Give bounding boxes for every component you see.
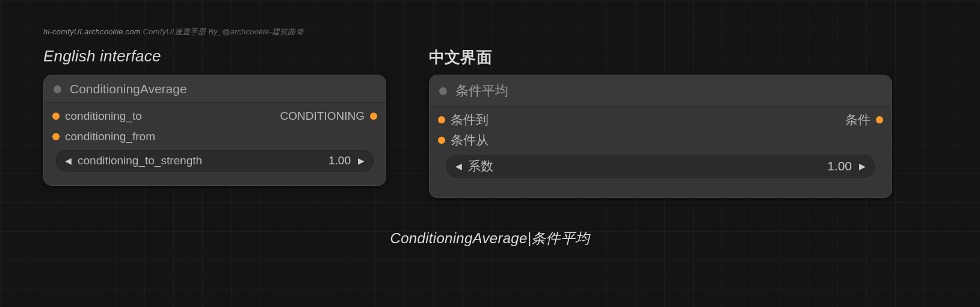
node-io-row: conditioning_to conditioning_from CONDIT… bbox=[44, 108, 386, 145]
port-label: 条件 bbox=[845, 111, 871, 128]
node-conditioning-average-zh[interactable]: 条件平均 条件到 条件从 条件 ◀ bbox=[429, 75, 892, 198]
number-widget[interactable]: ◀ conditioning_to_strength 1.00 ▶ bbox=[56, 150, 374, 172]
node-title: 条件平均 bbox=[455, 82, 508, 100]
watermark-rest: ComfyUI速查手册 By_@archcookie-建筑曲奇 bbox=[141, 27, 304, 36]
port-label: conditioning_to bbox=[65, 108, 142, 125]
port-label: conditioning_from bbox=[65, 128, 155, 145]
node-status-dot-icon bbox=[54, 85, 61, 93]
port-dot-icon[interactable] bbox=[438, 116, 445, 123]
node-conditioning-average-en[interactable]: ConditioningAverage conditioning_to cond… bbox=[43, 75, 386, 186]
widget-name: conditioning_to_strength bbox=[74, 154, 202, 167]
bottom-caption: ConditioningAverage|条件平均 bbox=[0, 229, 980, 248]
number-widget[interactable]: ◀ 系数 1.00 ▶ bbox=[446, 155, 875, 178]
watermark-site: hi-comfyUI.archcookie.com bbox=[43, 27, 141, 36]
node-inputs: 条件到 条件从 bbox=[438, 111, 488, 149]
section-label-english: English interface bbox=[43, 47, 161, 66]
port-dot-icon[interactable] bbox=[876, 116, 883, 123]
arrow-left-icon[interactable]: ◀ bbox=[63, 156, 74, 166]
input-port[interactable]: conditioning_to bbox=[52, 108, 155, 125]
port-dot-icon[interactable] bbox=[370, 113, 377, 120]
node-io-row: 条件到 条件从 条件 bbox=[430, 111, 892, 149]
arrow-right-icon[interactable]: ▶ bbox=[356, 156, 367, 166]
input-port[interactable]: 条件从 bbox=[438, 132, 488, 149]
section-label-chinese: 中文界面 bbox=[429, 47, 492, 68]
widget-wrap: ◀ 系数 1.00 ▶ bbox=[430, 149, 892, 178]
node-header[interactable]: ConditioningAverage bbox=[44, 75, 386, 103]
port-dot-icon[interactable] bbox=[52, 133, 60, 140]
node-header[interactable]: 条件平均 bbox=[430, 75, 892, 107]
output-port[interactable]: 条件 bbox=[845, 111, 883, 128]
arrow-left-icon[interactable]: ◀ bbox=[453, 161, 464, 171]
node-status-dot-icon bbox=[439, 87, 447, 95]
port-label: CONDITIONING bbox=[280, 108, 365, 125]
arrow-right-icon[interactable]: ▶ bbox=[857, 161, 868, 171]
output-port[interactable]: CONDITIONING bbox=[280, 108, 377, 125]
input-port[interactable]: conditioning_from bbox=[52, 128, 155, 145]
node-body: conditioning_to conditioning_from CONDIT… bbox=[44, 103, 386, 179]
widget-value[interactable]: 1.00 bbox=[328, 154, 356, 167]
input-port[interactable]: 条件到 bbox=[438, 111, 488, 128]
port-label: 条件到 bbox=[451, 111, 488, 128]
port-label: 条件从 bbox=[451, 132, 488, 149]
watermark-text: hi-comfyUI.archcookie.com ComfyUI速查手册 By… bbox=[43, 26, 304, 37]
node-outputs: CONDITIONING bbox=[280, 108, 377, 125]
widget-value[interactable]: 1.00 bbox=[827, 159, 857, 173]
node-body: 条件到 条件从 条件 ◀ 系数 1.00 ▶ bbox=[430, 107, 892, 185]
widget-wrap: ◀ conditioning_to_strength 1.00 ▶ bbox=[44, 145, 386, 172]
node-inputs: conditioning_to conditioning_from bbox=[52, 108, 155, 145]
port-dot-icon[interactable] bbox=[438, 137, 445, 144]
node-title: ConditioningAverage bbox=[70, 82, 187, 96]
widget-name: 系数 bbox=[464, 158, 493, 175]
port-dot-icon[interactable] bbox=[52, 113, 60, 120]
node-outputs: 条件 bbox=[845, 111, 883, 128]
